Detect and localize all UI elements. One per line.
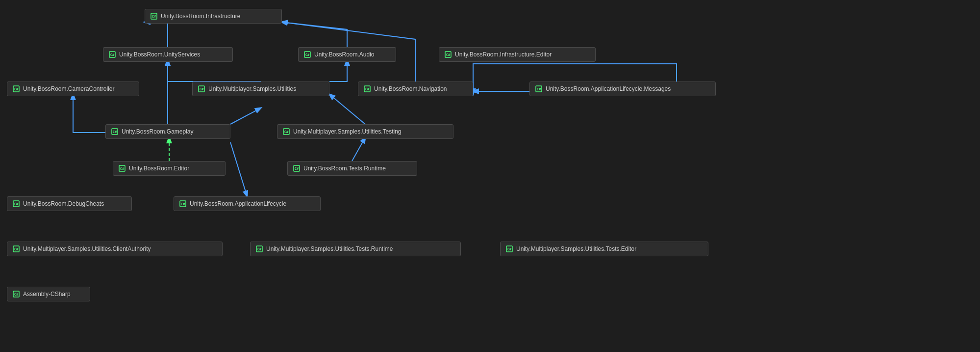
node-tests_runtime[interactable]: C# Unity.BossRoom.Tests.Runtime [287,161,417,176]
node-msu[interactable]: C# Unity.Multiplayer.Samples.Utilities [192,81,329,96]
node-icon-debugcheats: C# [12,200,20,208]
node-icon-applifecycle: C# [179,200,187,208]
node-infra_editor[interactable]: C# Unity.BossRoom.Infrastructure.Editor [439,47,596,62]
svg-text:C#: C# [14,87,19,91]
svg-text:C#: C# [446,53,451,57]
svg-text:C#: C# [113,130,117,134]
node-msu_tr[interactable]: C# Unity.Multiplayer.Samples.Utilities.T… [250,242,461,256]
svg-text:C#: C# [14,202,19,206]
node-label-applifecycle: Unity.BossRoom.ApplicationLifecycle [190,200,286,207]
node-label-msu_ca: Unity.Multiplayer.Samples.Utilities.Clie… [23,245,151,252]
node-icon-tests_runtime: C# [293,164,301,172]
svg-text:C#: C# [120,167,125,171]
node-icon-infrastructure: C# [150,12,158,20]
node-label-infra_editor: Unity.BossRoom.Infrastructure.Editor [455,51,552,58]
svg-text:C#: C# [181,202,185,206]
node-icon-audio: C# [303,51,311,58]
node-icon-msut: C# [282,128,290,135]
node-icon-msu: C# [198,85,205,93]
svg-text:C#: C# [305,53,310,57]
node-label-msut: Unity.Multiplayer.Samples.Utilities.Test… [293,128,402,135]
node-debugcheats[interactable]: C# Unity.BossRoom.DebugCheats [7,196,132,211]
svg-text:C#: C# [284,130,289,134]
node-assembly[interactable]: C# Assembly-CSharp [7,287,90,301]
node-msut[interactable]: C# Unity.Multiplayer.Samples.Utilities.T… [277,124,453,139]
svg-text:C#: C# [152,15,156,19]
svg-text:C#: C# [507,247,512,251]
node-icon-msu_ca: C# [12,245,20,253]
node-label-gameplay: Unity.BossRoom.Gameplay [122,128,194,135]
node-label-audio: Unity.BossRoom.Audio [314,51,375,58]
node-icon-msu_tr: C# [255,245,263,253]
node-label-tests_runtime: Unity.BossRoom.Tests.Runtime [303,165,386,172]
node-icon-navigation: C# [363,85,371,93]
node-label-unityservices: Unity.BossRoom.UnityServices [119,51,200,58]
node-icon-unityservices: C# [108,51,116,58]
node-icon-editor: C# [118,164,126,172]
node-label-msu: Unity.Multiplayer.Samples.Utilities [208,85,296,92]
node-camera[interactable]: C# Unity.BossRoom.CameraController [7,81,139,96]
node-appmsg[interactable]: C# Unity.BossRoom.ApplicationLifecycle.M… [529,81,716,96]
node-unityservices[interactable]: C# Unity.BossRoom.UnityServices [103,47,233,62]
node-label-camera: Unity.BossRoom.CameraController [23,85,115,92]
node-audio[interactable]: C# Unity.BossRoom.Audio [298,47,396,62]
node-infrastructure[interactable]: C# Unity.BossRoom.Infrastructure [145,9,282,24]
svg-text:C#: C# [200,87,204,91]
svg-text:C#: C# [295,167,299,171]
node-icon-assembly: C# [12,290,20,298]
svg-text:C#: C# [14,247,19,251]
node-label-debugcheats: Unity.BossRoom.DebugCheats [23,200,104,207]
node-icon-msu_te: C# [505,245,513,253]
svg-text:C#: C# [110,53,115,57]
node-label-editor: Unity.BossRoom.Editor [129,165,189,172]
node-label-assembly: Assembly-CSharp [23,291,71,298]
svg-text:C#: C# [365,87,370,91]
node-label-msu_tr: Unity.Multiplayer.Samples.Utilities.Test… [266,245,393,252]
node-label-msu_te: Unity.Multiplayer.Samples.Utilities.Test… [516,245,636,252]
node-label-infrastructure: Unity.BossRoom.Infrastructure [161,13,241,20]
svg-text:C#: C# [537,87,541,91]
node-applifecycle[interactable]: C# Unity.BossRoom.ApplicationLifecycle [174,196,321,211]
node-navigation[interactable]: C# Unity.BossRoom.Navigation [358,81,473,96]
node-editor[interactable]: C# Unity.BossRoom.Editor [113,161,226,176]
svg-text:C#: C# [14,293,19,297]
node-label-appmsg: Unity.BossRoom.ApplicationLifecycle.Mess… [546,85,671,92]
node-msu_ca[interactable]: C# Unity.Multiplayer.Samples.Utilities.C… [7,242,223,256]
node-label-navigation: Unity.BossRoom.Navigation [374,85,447,92]
node-icon-gameplay: C# [111,128,119,135]
node-gameplay[interactable]: C# Unity.BossRoom.Gameplay [105,124,230,139]
node-msu_te[interactable]: C# Unity.Multiplayer.Samples.Utilities.T… [500,242,708,256]
node-icon-camera: C# [12,85,20,93]
svg-text:C#: C# [257,247,262,251]
node-icon-infra_editor: C# [444,51,452,58]
node-icon-appmsg: C# [535,85,543,93]
